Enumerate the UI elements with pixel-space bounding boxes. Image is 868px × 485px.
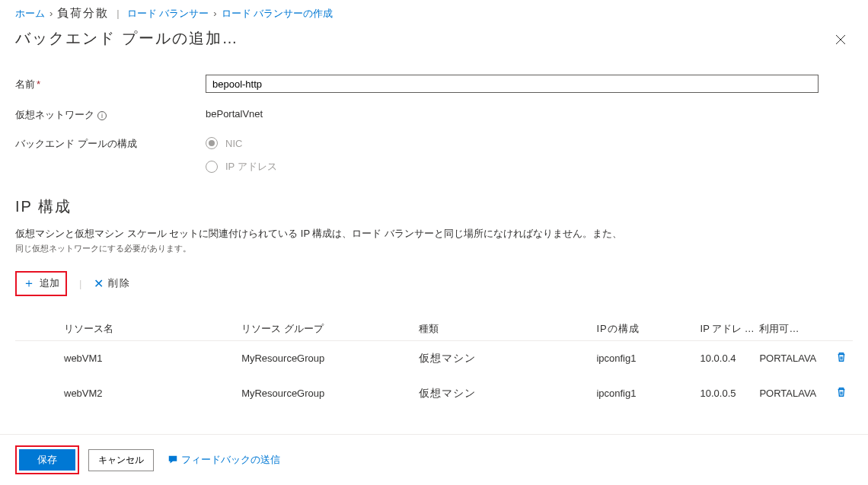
radio-icon <box>206 137 218 149</box>
name-label: 名前* <box>15 75 206 91</box>
breadcrumb-home[interactable]: ホーム <box>15 7 45 21</box>
page-title: バックエンド プールの追加… <box>15 28 853 49</box>
chevron-right-icon: › <box>213 8 216 19</box>
ip-section-desc: 仮想マシンと仮想マシン スケール セットに関連付けられている IP 構成は、ロー… <box>15 226 853 241</box>
info-icon[interactable]: i <box>97 111 107 120</box>
ip-table: リソース名 リソース グループ 種類 IPの構成 IP アドレ … 利用可… w… <box>15 317 853 411</box>
toolbar: ＋ 追加 | ✕ 削除 <box>15 271 853 296</box>
breadcrumb-create[interactable]: ロード バランサーの作成 <box>222 7 333 21</box>
plus-icon: ＋ <box>23 276 35 292</box>
breadcrumb-lb[interactable]: ロード バランサー <box>127 7 209 21</box>
ip-section-title: IP 構成 <box>15 196 853 217</box>
radio-ip: IP アドレス <box>206 160 853 174</box>
delete-row-button[interactable] <box>831 352 853 365</box>
vnet-label: 仮想ネットワークi <box>15 105 206 122</box>
chevron-right-icon: › <box>49 8 53 19</box>
th-ipa[interactable]: IP アドレ … <box>697 322 757 336</box>
delete-button[interactable]: ✕ 削除 <box>94 276 131 291</box>
th-type[interactable]: 種類 <box>416 322 593 336</box>
ip-section-desc2: 同じ仮想ネットワークにする必要があります。 <box>15 243 853 254</box>
radio-icon <box>206 161 218 173</box>
close-icon: ✕ <box>94 276 104 291</box>
breadcrumb-head: 負荷分散 <box>57 6 109 21</box>
th-rg[interactable]: リソース グループ <box>238 322 416 336</box>
add-button[interactable]: ＋ 追加 <box>15 271 67 296</box>
separator-bar: | <box>116 8 119 19</box>
vnet-value: bePortalVnet <box>206 105 853 120</box>
th-ipc[interactable]: IPの構成 <box>593 322 697 336</box>
config-label: バックエンド プールの構成 <box>15 134 206 151</box>
table-header: リソース名 リソース グループ 種類 IPの構成 IP アドレ … 利用可… <box>15 317 853 341</box>
name-input[interactable] <box>206 75 819 93</box>
th-name[interactable]: リソース名 <box>61 322 238 336</box>
form: 名前* 仮想ネットワークi bePortalVnet バックエンド プールの構成… <box>15 75 853 184</box>
delete-row-button[interactable] <box>831 387 853 400</box>
table-row[interactable]: webVM1 MyResourceGroup 仮想マシン ipconfig1 1… <box>15 341 853 376</box>
table-row[interactable]: webVM2 MyResourceGroup 仮想マシン ipconfig1 1… <box>15 376 853 411</box>
th-net[interactable]: 利用可… <box>756 322 830 336</box>
config-radio-group: NIC IP アドレス <box>206 134 853 174</box>
separator: | <box>79 278 81 289</box>
breadcrumb: ホーム › 負荷分散 | ロード バランサー › ロード バランサーの作成 <box>15 6 853 21</box>
radio-nic: NIC <box>206 137 853 149</box>
close-button[interactable] <box>834 34 850 49</box>
